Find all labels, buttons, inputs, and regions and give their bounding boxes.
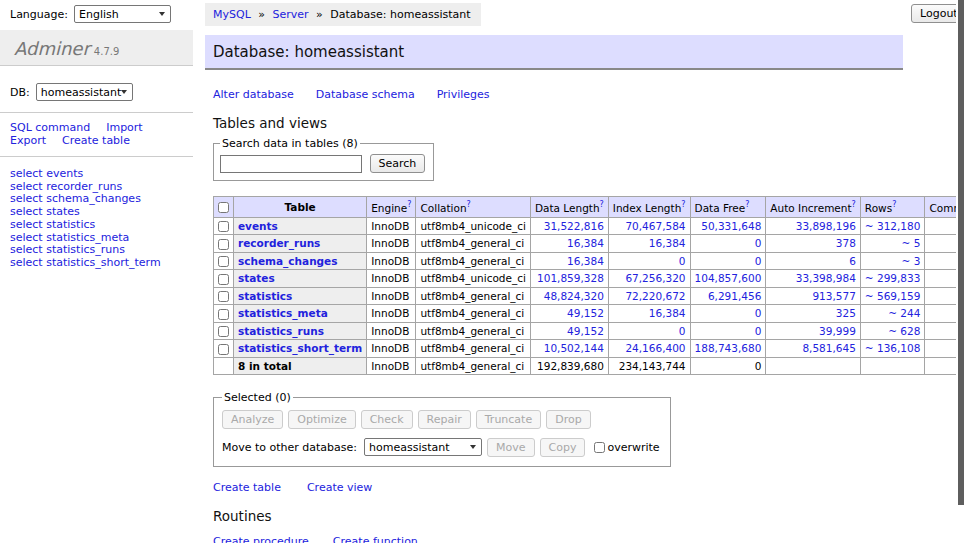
table-name-link[interactable]: schema_changes [238, 255, 338, 267]
sidebar-action-link[interactable]: Export [10, 134, 46, 147]
data-free-cell-link[interactable]: 104,857,600 [695, 272, 762, 284]
index-length-cell-link[interactable]: 72,220,672 [625, 290, 685, 302]
index-length-cell-link[interactable]: 24,166,400 [625, 342, 685, 354]
column-help-link[interactable]: ? [892, 200, 896, 209]
data-length-cell-link[interactable]: 101,859,328 [537, 272, 604, 284]
repair-button[interactable]: Repair [418, 410, 471, 429]
index-length-cell-link[interactable]: 70,467,584 [625, 220, 685, 232]
rows-cell-link[interactable]: ~ 244 [888, 307, 920, 319]
select-all-checkbox[interactable] [218, 202, 229, 213]
column-help-link[interactable]: ? [681, 200, 685, 209]
row-checkbox[interactable] [218, 256, 229, 267]
collation-cell: utf8mb4_general_ci [416, 287, 530, 305]
column-help-link[interactable]: ? [467, 200, 471, 209]
create-link[interactable]: Create view [307, 481, 372, 494]
optimize-button[interactable]: Optimize [288, 410, 355, 429]
rows-cell-link[interactable]: ~ 299,833 [865, 272, 921, 284]
create-link[interactable]: Create table [213, 481, 281, 494]
auto-increment-cell-link[interactable]: 378 [836, 237, 856, 249]
data-free-cell-link[interactable]: 0 [755, 255, 762, 267]
db-select[interactable]: homeassistant [36, 83, 133, 101]
search-button[interactable]: Search [370, 154, 426, 173]
row-checkbox[interactable] [218, 309, 229, 320]
data-length-cell-link[interactable]: 16,384 [567, 255, 604, 267]
copy-button[interactable]: Copy [540, 438, 586, 457]
row-checkbox[interactable] [218, 221, 229, 232]
rows-cell-link[interactable]: ~ 5 [902, 237, 921, 249]
row-checkbox[interactable] [218, 239, 229, 250]
index-length-cell-link[interactable]: 0 [679, 255, 686, 267]
rows-cell-link[interactable]: ~ 136,108 [865, 342, 921, 354]
row-checkbox-cell [214, 252, 234, 270]
table-name-link[interactable]: statistics_meta [238, 307, 328, 319]
sidebar-select-link[interactable]: select events [10, 168, 193, 181]
auto-increment-cell-link[interactable]: 913,577 [812, 290, 855, 302]
data-length-cell-link[interactable]: 16,384 [567, 237, 604, 249]
data-free-cell-link[interactable]: 0 [755, 237, 762, 249]
engine-cell: InnoDB [367, 270, 416, 288]
rows-cell-link[interactable]: ~ 3 [902, 255, 921, 267]
auto-increment-cell-link[interactable]: 325 [836, 307, 856, 319]
data-length-cell-link[interactable]: 10,502,144 [544, 342, 604, 354]
data-length-cell-link[interactable]: 48,824,320 [544, 290, 604, 302]
data-free-cell-link[interactable]: 50,331,648 [701, 220, 761, 232]
rows-cell-link[interactable]: ~ 628 [888, 325, 920, 337]
index-length-cell-link[interactable]: 16,384 [649, 307, 686, 319]
data-free-cell-link[interactable]: 0 [755, 307, 762, 319]
rows-cell-link[interactable]: ~ 569,159 [865, 290, 921, 302]
data-length-cell-link[interactable]: 31,522,816 [544, 220, 604, 232]
scrollbar-thumb[interactable] [958, 0, 964, 505]
move-button[interactable]: Move [487, 438, 535, 457]
breadcrumb-item[interactable]: MySQL [213, 8, 251, 21]
rows-cell-link[interactable]: ~ 312,180 [865, 220, 921, 232]
row-checkbox[interactable] [218, 291, 229, 302]
sidebar-select-link[interactable]: select states [10, 206, 193, 219]
auto-increment-cell-link[interactable]: 8,581,645 [802, 342, 855, 354]
column-help-link[interactable]: ? [852, 200, 856, 209]
analyze-button[interactable]: Analyze [222, 410, 283, 429]
index-length-cell-link[interactable]: 67,256,320 [625, 272, 685, 284]
row-checkbox[interactable] [218, 326, 229, 337]
sidebar-action-link[interactable]: Import [106, 121, 143, 134]
routine-link[interactable]: Create procedure [213, 535, 309, 543]
routine-link[interactable]: Create function [333, 535, 418, 543]
index-length-cell-link[interactable]: 16,384 [649, 237, 686, 249]
column-help-link[interactable]: ? [600, 200, 604, 209]
search-input[interactable] [220, 155, 362, 173]
sidebar-select-link[interactable]: select statistics_short_term [10, 257, 193, 270]
column-help-link[interactable]: ? [407, 200, 411, 209]
overwrite-checkbox[interactable] [594, 442, 605, 453]
row-checkbox[interactable] [218, 344, 229, 355]
table-name-link[interactable]: statistics_runs [238, 325, 324, 337]
table-row: eventsInnoDButf8mb4_unicode_ci31,522,816… [214, 217, 966, 235]
auto-increment-cell-link[interactable]: 6 [849, 255, 856, 267]
language-select[interactable]: English [74, 5, 171, 23]
table-name-link[interactable]: states [238, 272, 275, 284]
database-action-link[interactable]: Privileges [437, 88, 490, 101]
breadcrumb-item[interactable]: Server [273, 8, 309, 21]
data-free-cell-link[interactable]: 188,743,680 [695, 342, 762, 354]
auto-increment-cell-link[interactable]: 33,398,984 [796, 272, 856, 284]
database-action-link[interactable]: Alter database [213, 88, 294, 101]
data-length-cell-link[interactable]: 49,152 [567, 325, 604, 337]
sidebar-action-link[interactable]: SQL command [10, 121, 90, 134]
truncate-button[interactable]: Truncate [476, 410, 541, 429]
drop-button[interactable]: Drop [546, 410, 590, 429]
row-checkbox[interactable] [218, 274, 229, 285]
data-free-cell-link[interactable]: 6,291,456 [708, 290, 761, 302]
auto-increment-cell-link[interactable]: 33,898,196 [796, 220, 856, 232]
table-name-link[interactable]: statistics_short_term [238, 342, 362, 354]
table-name-link[interactable]: statistics [238, 290, 292, 302]
table-name-link[interactable]: events [238, 220, 278, 232]
auto-increment-cell-link[interactable]: 39,999 [819, 325, 856, 337]
sidebar-action-link[interactable]: Create table [62, 134, 130, 147]
data-free-cell-link[interactable]: 0 [755, 325, 762, 337]
database-action-link[interactable]: Database schema [316, 88, 415, 101]
column-help-link[interactable]: ? [745, 200, 749, 209]
data-length-cell-link[interactable]: 49,152 [567, 307, 604, 319]
sidebar-select-link[interactable]: select statistics [10, 219, 193, 232]
index-length-cell-link[interactable]: 0 [679, 325, 686, 337]
check-button[interactable]: Check [361, 410, 413, 429]
move-database-select[interactable]: homeassistant [364, 438, 482, 456]
table-name-link[interactable]: recorder_runs [238, 237, 320, 249]
